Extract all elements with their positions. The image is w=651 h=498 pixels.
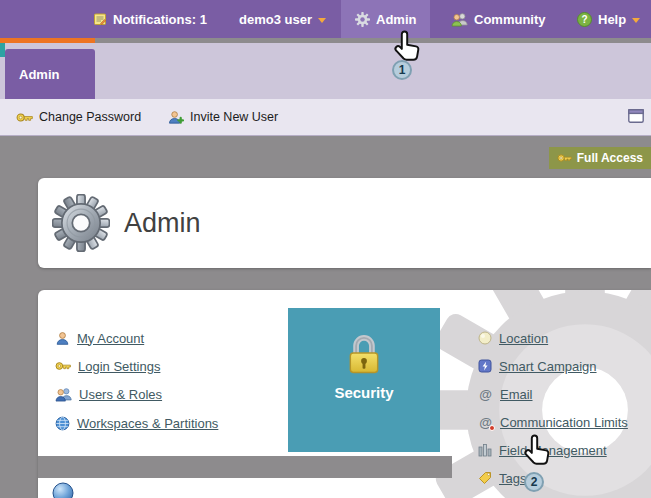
- help-menu-label: Help: [598, 12, 626, 27]
- gear-icon: [355, 12, 370, 27]
- link-row: Users & Roles: [55, 384, 162, 404]
- page-title: Admin: [124, 178, 201, 268]
- link-row: Smart Campaign: [478, 356, 597, 376]
- link-email[interactable]: Email: [500, 387, 533, 402]
- globe2-icon: [52, 482, 74, 498]
- gear-icon: [52, 194, 110, 252]
- users-icon: [55, 387, 72, 402]
- link-row: Email: [478, 384, 533, 404]
- user-icon: [55, 331, 70, 346]
- notifications-menu-item[interactable]: Notifications: 1: [93, 0, 207, 38]
- link-login-settings[interactable]: Login Settings: [78, 359, 160, 374]
- edge-accent: [0, 43, 5, 57]
- people-icon: [451, 12, 468, 27]
- link-row: Workspaces & Partitions: [55, 413, 218, 433]
- card-gap: [38, 456, 452, 478]
- link-row: Communication Limits: [478, 412, 628, 432]
- community-menu-label: Community: [474, 12, 546, 27]
- cursor-hand-icon: [518, 434, 554, 470]
- admin-menu-label: Admin: [376, 12, 416, 27]
- chevron-down-icon: [318, 18, 326, 23]
- at-icon: [478, 387, 493, 402]
- lock-icon: [341, 330, 387, 376]
- admin-header-card: Admin: [38, 178, 651, 268]
- notifications-label: Notifications: 1: [113, 12, 207, 27]
- link-users-roles[interactable]: Users & Roles: [79, 387, 162, 402]
- link-communication-limits[interactable]: Communication Limits: [500, 415, 628, 430]
- step-1-badge: 1: [392, 60, 412, 80]
- user-menu-label: demo3 user: [239, 12, 312, 27]
- full-access-label: Full Access: [577, 151, 643, 165]
- admin-toolbar: Change Password Invite New User: [0, 99, 651, 136]
- top-nav-bar: Notifications: 1 demo3 user A: [0, 0, 651, 38]
- at-limit-icon: [478, 415, 493, 430]
- tab-admin-label: Admin: [19, 67, 59, 82]
- admin-sections-card: My Account Login Settings U: [38, 290, 651, 498]
- link-row: My Account: [55, 328, 144, 348]
- tab-admin[interactable]: Admin: [5, 49, 95, 99]
- panel-toggle-button[interactable]: [628, 109, 644, 123]
- chevron-down-icon: [632, 18, 640, 23]
- marketo-admin-screen: Notifications: 1 demo3 user A: [0, 0, 651, 498]
- link-tags[interactable]: Tags: [499, 471, 526, 486]
- tab-strip: Admin: [0, 43, 651, 99]
- link-row: Login Settings: [55, 356, 160, 376]
- tag-icon: [478, 471, 492, 485]
- community-menu-item[interactable]: Community: [451, 0, 546, 38]
- key-icon: [557, 153, 572, 163]
- note-icon: [93, 12, 107, 26]
- columns-icon: [478, 443, 492, 457]
- security-tile-label: Security: [334, 384, 393, 401]
- globe-icon: [55, 416, 70, 431]
- svg-text:?: ?: [581, 14, 587, 25]
- link-row: Location: [478, 328, 548, 348]
- step-2-badge: 2: [524, 472, 544, 492]
- key-icon: [16, 112, 33, 123]
- change-password-label: Change Password: [39, 110, 141, 124]
- link-smart-campaign[interactable]: Smart Campaign: [499, 359, 597, 374]
- sphere-icon: [478, 331, 492, 345]
- question-icon: ?: [577, 12, 592, 27]
- invite-new-user-label: Invite New User: [190, 110, 278, 124]
- full-access-badge: Full Access: [549, 147, 651, 169]
- add-user-icon: [168, 110, 184, 125]
- invite-new-user-button[interactable]: Invite New User: [168, 99, 278, 135]
- security-tile[interactable]: Security: [288, 308, 440, 452]
- link-my-account[interactable]: My Account: [77, 331, 144, 346]
- window-icon: [628, 109, 644, 123]
- help-menu-item[interactable]: ? Help: [577, 0, 640, 38]
- campaign-icon: [478, 359, 492, 373]
- link-location[interactable]: Location: [499, 331, 548, 346]
- link-workspaces-partitions[interactable]: Workspaces & Partitions: [77, 416, 218, 431]
- change-password-button[interactable]: Change Password: [16, 99, 141, 135]
- link-row: Tags: [478, 468, 526, 488]
- key-icon: [55, 361, 71, 371]
- user-menu-item[interactable]: demo3 user: [239, 0, 326, 38]
